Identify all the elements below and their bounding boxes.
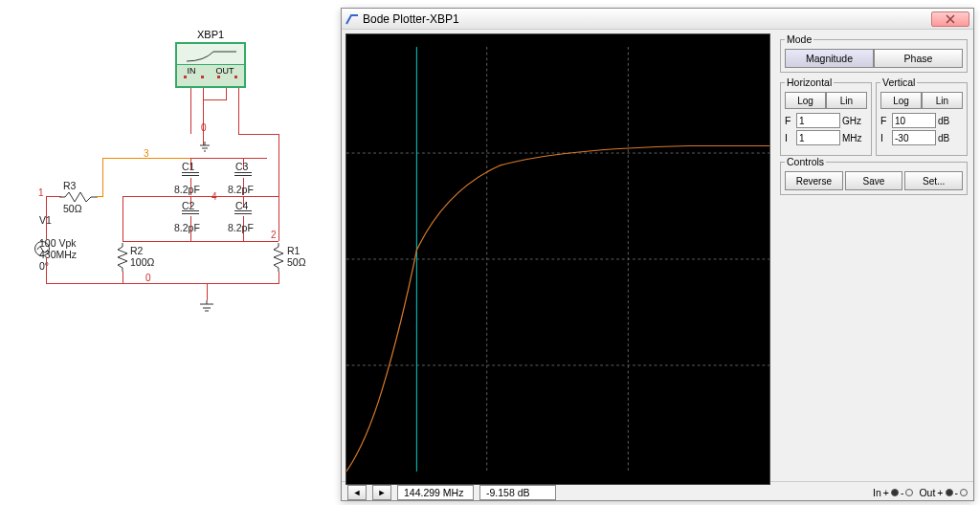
- v-f-input[interactable]: [892, 113, 936, 128]
- capacitor-c3[interactable]: [234, 170, 252, 178]
- in-plus-pin[interactable]: [891, 489, 899, 496]
- plus-label: +: [937, 487, 943, 498]
- v1-vpk: 100 Vpk: [39, 237, 77, 249]
- close-button[interactable]: [931, 11, 969, 27]
- reverse-button[interactable]: Reverse: [785, 171, 843, 190]
- wire: [46, 196, 61, 197]
- net-4: 4: [212, 191, 217, 202]
- vertical-legend: Vertical: [880, 77, 917, 88]
- wire: [207, 283, 208, 300]
- h-lin-button[interactable]: Lin: [826, 92, 867, 109]
- ground-icon: [199, 142, 211, 155]
- cursor-left-button[interactable]: ◄: [347, 485, 367, 500]
- c2-val: 8.2pF: [174, 222, 200, 233]
- v-f-label: F: [880, 115, 890, 126]
- wire: [278, 134, 279, 241]
- c3-val: 8.2pF: [228, 184, 254, 195]
- app-icon: [345, 12, 359, 26]
- wire: [226, 88, 227, 99]
- wire: [46, 258, 47, 283]
- controls-group: Controls Reverse Save Set...: [780, 156, 968, 195]
- horizontal-legend: Horizontal: [785, 77, 834, 88]
- out-port: Out + -: [919, 487, 968, 498]
- v-f-unit: dB: [938, 116, 963, 126]
- v-i-label: I: [880, 132, 890, 143]
- mode-group: Mode Magnitude Phase: [780, 33, 968, 73]
- h-f-input[interactable]: [796, 113, 840, 128]
- settings-panel: Mode Magnitude Phase Horizontal Log Lin …: [774, 30, 973, 481]
- save-button[interactable]: Save: [845, 171, 903, 190]
- r2-val: 100Ω: [130, 256, 154, 268]
- c1-val: 8.2pF: [174, 184, 200, 195]
- h-i-unit: MHz: [842, 133, 867, 143]
- wire: [102, 158, 103, 196]
- v-i-input[interactable]: [892, 130, 936, 145]
- v1-phase: 0°: [39, 260, 49, 272]
- set-button[interactable]: Set...: [904, 171, 963, 190]
- h-i-input[interactable]: [796, 130, 840, 145]
- controls-legend: Controls: [785, 156, 826, 167]
- plus-label: +: [883, 487, 889, 498]
- vertical-group: Vertical Log Lin FdB IdB: [876, 77, 968, 156]
- cursor-right-button[interactable]: ►: [372, 485, 391, 500]
- wire: [203, 88, 204, 145]
- capacitor-c2[interactable]: [182, 209, 199, 216]
- close-icon: [946, 14, 955, 24]
- wire: [190, 88, 191, 134]
- v1-freq: 430MHz: [39, 249, 77, 260]
- in-port: In + -: [873, 487, 913, 498]
- out-plus-pin[interactable]: [946, 489, 953, 496]
- schematic-canvas[interactable]: XBP1 IN OUT 0 3 C1 8.2pF C3 8.2pF 4 C2 8…: [0, 0, 335, 505]
- resistor-r2[interactable]: [117, 243, 128, 274]
- mode-legend: Mode: [785, 33, 813, 45]
- h-f-unit: GHz: [842, 116, 867, 126]
- c4-val: 8.2pF: [228, 222, 254, 233]
- r3-val: 50Ω: [63, 203, 82, 214]
- h-i-label: I: [785, 132, 794, 143]
- net-1: 1: [38, 187, 44, 198]
- minus-label: -: [901, 487, 904, 498]
- window-title: Bode Plotter-XBP1: [363, 12, 931, 26]
- out-minus-pin[interactable]: [960, 489, 968, 496]
- wire: [96, 196, 103, 197]
- wire: [122, 196, 278, 197]
- cursor-mag-readout: -9.158 dB: [479, 485, 556, 500]
- bode-plot[interactable]: [345, 33, 770, 485]
- wire: [122, 196, 123, 241]
- v-lin-button[interactable]: Lin: [922, 92, 963, 109]
- phase-button[interactable]: Phase: [874, 49, 963, 68]
- net-0a: 0: [201, 122, 207, 133]
- ground-icon: [199, 300, 214, 316]
- capacitor-c1[interactable]: [182, 170, 199, 178]
- h-f-label: F: [785, 115, 794, 126]
- in-minus-pin[interactable]: [905, 489, 913, 496]
- wire: [203, 99, 227, 100]
- instr-out-label: OUT: [216, 66, 234, 76]
- r1-ref: R1: [287, 245, 300, 256]
- wire: [46, 283, 279, 284]
- net-0b: 0: [145, 273, 151, 283]
- instr-in-label: IN: [188, 66, 196, 76]
- resistor-r1[interactable]: [273, 243, 284, 274]
- r1-val: 50Ω: [287, 256, 306, 268]
- horizontal-group: Horizontal Log Lin FGHz IMHz: [780, 77, 872, 156]
- h-log-button[interactable]: Log: [785, 92, 826, 109]
- net-3: 3: [144, 148, 149, 159]
- wire: [190, 158, 267, 159]
- wire: [122, 272, 123, 283]
- magnitude-button[interactable]: Magnitude: [785, 49, 874, 68]
- wire: [238, 88, 239, 134]
- bode-plotter-window[interactable]: Bode Plotter-XBP1 Mode: [341, 8, 974, 501]
- wire: [238, 134, 278, 135]
- wire: [122, 241, 278, 242]
- wire: [278, 272, 279, 283]
- bode-plotter-instrument[interactable]: IN OUT: [175, 42, 246, 88]
- instrument-ref: XBP1: [197, 29, 224, 40]
- v-log-button[interactable]: Log: [880, 92, 922, 109]
- titlebar[interactable]: Bode Plotter-XBP1: [342, 9, 973, 30]
- minus-label: -: [955, 487, 959, 498]
- v1-ref: V1: [39, 214, 52, 226]
- v-i-unit: dB: [938, 133, 963, 143]
- capacitor-c4[interactable]: [234, 209, 252, 216]
- net-2: 2: [271, 230, 277, 240]
